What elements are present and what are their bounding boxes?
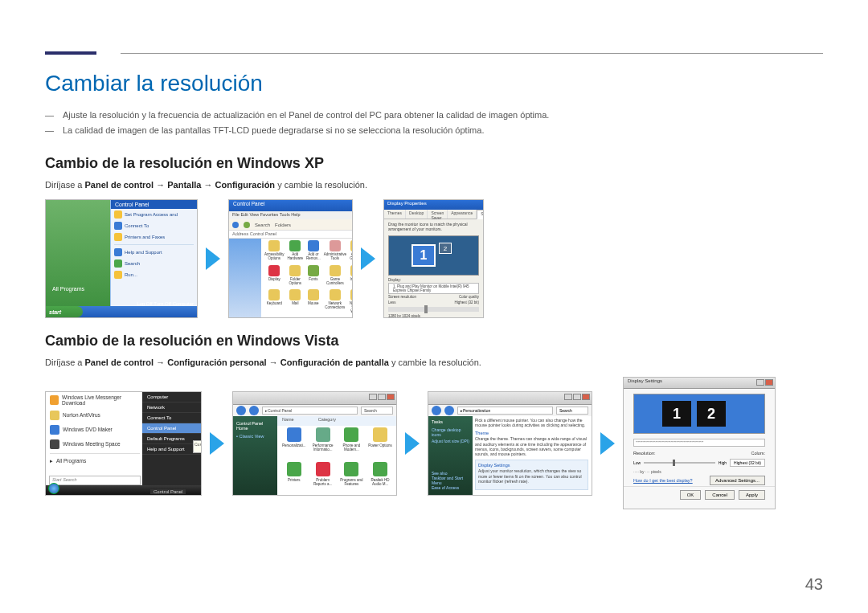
col-header[interactable]: Name <box>282 417 294 425</box>
address-bar[interactable]: ▸ Control Panel <box>262 407 358 415</box>
forward-icon[interactable] <box>249 406 259 415</box>
cp-icon[interactable]: Display <box>264 265 285 286</box>
apply-button[interactable]: Apply <box>739 490 765 500</box>
tab-appearance[interactable]: Appearance <box>448 210 477 219</box>
help-link[interactable]: How do I get the best display? <box>624 475 702 486</box>
monitor-2-icon[interactable]: 2 <box>697 401 726 427</box>
menu-item[interactable]: Set Program Access and <box>125 212 178 217</box>
menu-item-control-panel[interactable]: Control Panel <box>142 423 201 434</box>
cp-icon[interactable]: Printers <box>281 462 307 492</box>
monitor-preview[interactable]: 1 2 <box>633 394 765 434</box>
display-settings-link[interactable]: Display Settings <box>478 463 585 468</box>
maximize-icon[interactable] <box>573 394 581 400</box>
cp-icon[interactable]: Internet O... <box>350 265 353 286</box>
all-programs[interactable]: All Programs <box>52 286 84 292</box>
cp-icon[interactable]: Network Setup Wizard <box>350 289 353 314</box>
taskbar-button[interactable]: Control Panel <box>150 489 186 494</box>
all-programs[interactable]: ▸ All Programs <box>46 456 144 467</box>
menu-item[interactable]: Search <box>125 261 140 266</box>
close-icon[interactable] <box>765 379 773 386</box>
address-bar[interactable]: ▸ Personalization <box>457 407 553 415</box>
task-link[interactable]: Adjust font size (DPI) <box>432 438 469 444</box>
maximize-icon[interactable] <box>378 394 386 400</box>
menu-item[interactable]: Help and Support <box>125 250 162 255</box>
monitor-1-icon[interactable]: 1 <box>662 401 691 427</box>
cp-icon[interactable]: Network Connections <box>324 289 346 314</box>
back-icon[interactable] <box>236 406 246 415</box>
monitor-2-icon[interactable]: 2 <box>439 243 452 254</box>
cp-icon[interactable]: Folder Options <box>288 265 304 286</box>
cp-icon[interactable]: Realtek HD Audio M... <box>367 462 393 492</box>
theme-link[interactable]: Theme <box>475 431 588 435</box>
cp-icon[interactable]: Problem Reports a... <box>310 462 336 492</box>
menu-item[interactable]: Printers and Faxes <box>125 235 165 239</box>
cp-icon[interactable]: Administrative Tools <box>324 240 346 261</box>
menu-bar[interactable]: File Edit View Favorites Tools Help <box>229 211 352 219</box>
ok-button[interactable]: OK <box>680 490 702 500</box>
cp-icon[interactable]: Phone and Modem... <box>339 427 365 457</box>
cp-icon[interactable]: Power Options <box>367 427 393 457</box>
seealso-link[interactable]: Ease of Access <box>432 485 473 490</box>
folders-label[interactable]: Folders <box>275 223 291 227</box>
menu-item[interactable]: Connect To <box>142 413 201 423</box>
menu-item[interactable]: Network <box>142 403 201 413</box>
search-input[interactable]: Search <box>361 407 393 415</box>
display-dropdown[interactable]: 1. Plug and Play Monitor on Mobile Intel… <box>393 284 474 292</box>
close-icon[interactable] <box>387 394 395 400</box>
tab-screensaver[interactable]: Screen Saver <box>428 210 448 219</box>
cp-icon[interactable]: Add Hardware <box>288 240 304 261</box>
cp-icon[interactable]: Mail <box>288 289 304 314</box>
color-dropdown[interactable]: Highest (32 bit) <box>454 300 479 304</box>
hint-text: Pick a different mouse pointer. You can … <box>475 418 588 428</box>
tab-settings[interactable]: Settings <box>477 210 484 219</box>
monitor-1-icon[interactable]: 1 <box>411 244 436 267</box>
cp-icon[interactable]: Mouse <box>306 289 321 314</box>
menu-item[interactable]: Computer <box>142 392 201 403</box>
toolbar[interactable]: Search Folders <box>229 219 352 231</box>
menu-item[interactable]: Norton AntiVirus <box>46 408 144 423</box>
cp-icon[interactable]: Personalizati... <box>281 427 307 457</box>
cp-icon[interactable]: Performance Informatio... <box>310 427 336 457</box>
side-link[interactable]: Control Panel Home <box>236 419 274 432</box>
cancel-button[interactable]: Cancel <box>705 490 735 500</box>
monitor-preview[interactable]: 1 2 <box>388 235 479 276</box>
menu-item[interactable]: Connect To <box>125 223 149 228</box>
cp-icon[interactable]: Keyboard <box>264 289 285 314</box>
menu-item[interactable]: Windows Live Messenger Download <box>46 392 144 408</box>
cp-icon[interactable]: Accessibility Options <box>264 240 285 261</box>
cp-icon[interactable]: Game Controllers <box>324 265 346 286</box>
start-search-input[interactable]: Start Search <box>49 476 141 485</box>
help-icon[interactable] <box>756 379 764 386</box>
forward-icon[interactable] <box>444 406 454 415</box>
start-orb-icon[interactable] <box>48 483 59 494</box>
side-link[interactable]: Classic View <box>239 434 264 439</box>
seealso-link[interactable]: Taskbar and Start Menu <box>432 476 473 485</box>
cp-icon[interactable]: Add or Remov... <box>306 240 321 261</box>
back-icon[interactable] <box>232 222 239 228</box>
search-label[interactable]: Search <box>255 223 270 227</box>
resolution-slider[interactable] <box>644 462 715 464</box>
color-dropdown[interactable]: Highest (32 bit) <box>730 459 765 467</box>
back-icon[interactable] <box>432 406 441 415</box>
monitor-dropdown[interactable]: ****************************************… <box>633 439 765 447</box>
search-input[interactable]: Search <box>556 407 588 415</box>
start-button[interactable]: start <box>46 306 83 317</box>
cp-icon[interactable]: Adobe Gamma <box>350 240 353 261</box>
cp-icon[interactable]: Programs and Features <box>339 462 365 492</box>
address-bar[interactable]: Address Control Panel <box>229 231 352 239</box>
minimize-icon[interactable] <box>369 394 377 400</box>
tab-desktop[interactable]: Desktop <box>406 210 428 219</box>
menu-item[interactable]: Windows DVD Maker <box>46 423 144 437</box>
cp-icon[interactable]: Fonts <box>306 265 321 286</box>
menu-item[interactable]: Windows Meeting Space <box>46 437 144 452</box>
window-chrome <box>428 392 592 405</box>
minimize-icon[interactable] <box>564 394 572 400</box>
task-link[interactable]: Change desktop icons <box>432 427 469 438</box>
tab-themes[interactable]: Themes <box>384 210 406 219</box>
menu-item[interactable]: Run... <box>125 272 137 277</box>
advanced-settings-button[interactable]: Advanced Settings... <box>710 476 765 485</box>
forward-icon[interactable] <box>244 222 250 228</box>
close-icon[interactable] <box>582 394 590 400</box>
col-header[interactable]: Category <box>318 417 336 425</box>
resolution-slider[interactable] <box>388 307 479 312</box>
